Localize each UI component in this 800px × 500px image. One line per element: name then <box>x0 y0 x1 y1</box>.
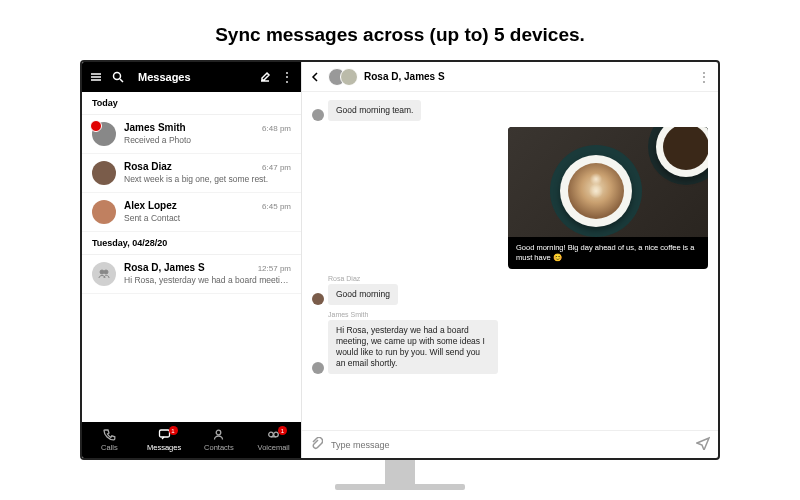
monitor-stand <box>385 460 415 484</box>
tab-messages[interactable]: 1 Messages <box>137 422 192 458</box>
sidebar-header: Messages ⋮ <box>82 62 301 92</box>
message-composer <box>302 430 718 458</box>
chat-body: Good morning team. Good morning! Big day… <box>302 92 718 430</box>
message-bubble: Hi Rosa, yesterday we had a board meetin… <box>328 320 498 374</box>
bottom-tabs: Calls 1 Messages Contacts 1 Voicemail <box>82 422 301 458</box>
svg-point-0 <box>114 73 121 80</box>
coffee-photo <box>508 127 708 237</box>
conversation-name: Rosa Diaz <box>124 161 172 172</box>
tab-calls[interactable]: Calls <box>82 422 137 458</box>
msg-avatar <box>312 293 324 305</box>
conversation-item[interactable]: Rosa D, James S12:57 pm Hi Rosa, yesterd… <box>82 255 301 294</box>
send-icon[interactable] <box>696 436 710 454</box>
search-icon[interactable] <box>112 71 124 83</box>
sidebar: Messages ⋮ Today James Smith6:48 pm Rece… <box>82 62 302 458</box>
badge: 1 <box>278 426 287 435</box>
message-bubble: Good morning team. <box>328 100 421 121</box>
photo-message[interactable]: Good morning! Big day ahead of us, a nic… <box>508 127 708 269</box>
chat-panel: Rosa D, James S ⋮ Good morning team. Goo… <box>302 62 718 458</box>
conversation-preview: Sent a Contact <box>124 213 291 223</box>
menu-icon[interactable] <box>90 71 102 83</box>
conversation-item[interactable]: James Smith6:48 pm Received a Photo <box>82 115 301 154</box>
tab-label: Messages <box>147 443 181 452</box>
svg-point-2 <box>104 270 108 274</box>
chat-more-icon[interactable]: ⋮ <box>698 70 710 84</box>
hero-headline: Sync messages across (up to) 5 devices. <box>0 0 800 60</box>
tab-contacts[interactable]: Contacts <box>192 422 247 458</box>
app-screen: Messages ⋮ Today James Smith6:48 pm Rece… <box>82 62 718 458</box>
back-icon[interactable] <box>310 71 322 83</box>
svg-point-1 <box>100 270 104 274</box>
conversation-preview: Hi Rosa, yesterday we had a board meetin… <box>124 275 291 285</box>
sender-label: James Smith <box>328 311 708 318</box>
attach-icon[interactable] <box>310 436 323 454</box>
conversation-time: 6:47 pm <box>262 163 291 172</box>
avatar <box>92 122 116 146</box>
tab-label: Voicemail <box>258 443 290 452</box>
conversation-item[interactable]: Alex Lopez6:45 pm Sent a Contact <box>82 193 301 232</box>
tab-label: Contacts <box>204 443 234 452</box>
avatar <box>92 161 116 185</box>
conversation-time: 6:48 pm <box>262 124 291 133</box>
photo-caption: Good morning! Big day ahead of us, a nic… <box>508 237 708 269</box>
monitor-base <box>335 484 465 490</box>
svg-point-5 <box>269 432 274 437</box>
conversation-item[interactable]: Rosa Diaz6:47 pm Next week is a big one,… <box>82 154 301 193</box>
avatar <box>92 200 116 224</box>
tab-voicemail[interactable]: 1 Voicemail <box>246 422 301 458</box>
sender-label: Rosa Diaz <box>328 275 708 282</box>
conversation-time: 12:57 pm <box>258 264 291 273</box>
svg-point-4 <box>217 430 222 435</box>
tab-label: Calls <box>101 443 118 452</box>
more-icon[interactable]: ⋮ <box>281 70 293 84</box>
conversation-name: James Smith <box>124 122 186 133</box>
group-avatar <box>92 262 116 286</box>
msg-avatar <box>312 109 324 121</box>
message-bubble: Good morning <box>328 284 398 305</box>
conversation-time: 6:45 pm <box>262 202 291 211</box>
conversation-preview: Received a Photo <box>124 135 291 145</box>
chat-header: Rosa D, James S ⋮ <box>302 62 718 92</box>
monitor-frame: Messages ⋮ Today James Smith6:48 pm Rece… <box>80 60 720 460</box>
msg-avatar <box>312 362 324 374</box>
conversation-name: Rosa D, James S <box>124 262 205 273</box>
compose-icon[interactable] <box>259 71 271 83</box>
section-header-date: Tuesday, 04/28/20 <box>82 232 301 255</box>
sidebar-title: Messages <box>138 71 191 83</box>
participant-avatars <box>328 68 358 86</box>
message-input[interactable] <box>331 440 688 450</box>
badge: 1 <box>169 426 178 435</box>
section-header-today: Today <box>82 92 301 115</box>
chat-title: Rosa D, James S <box>364 71 445 82</box>
conversation-preview: Next week is a big one, get some rest. <box>124 174 291 184</box>
svg-rect-3 <box>159 430 169 437</box>
conversation-name: Alex Lopez <box>124 200 177 211</box>
